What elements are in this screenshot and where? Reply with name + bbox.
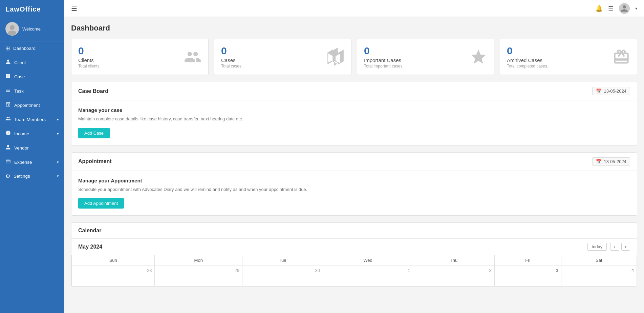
income-icon xyxy=(5,130,11,137)
svg-point-0 xyxy=(10,25,15,30)
settings-icon: ⚙ xyxy=(5,173,10,179)
sidebar-item-income[interactable]: Income ▾ xyxy=(0,126,64,141)
important-desc: Total important cases. xyxy=(364,64,404,69)
archived-label: Archived Cases xyxy=(507,57,548,63)
avatar xyxy=(5,22,19,36)
sidebar: LawOffice Welcome ⊞ Dashboard Client Cas… xyxy=(0,0,64,313)
important-count: 0 xyxy=(364,45,404,57)
calendar-next-button[interactable]: › xyxy=(621,243,630,251)
case-board-manage-desc: Maintain complete case details like case… xyxy=(78,116,630,122)
stat-card-important: 0 Important Cases Total important cases. xyxy=(357,39,494,75)
stat-info-clients: 0 Clients Total clients. xyxy=(78,45,101,69)
day-header-wed: Wed xyxy=(323,255,413,266)
appointment-header: Appointment 📅 13-05-2024 xyxy=(71,153,637,171)
calendar-prev-button[interactable]: ‹ xyxy=(610,243,619,251)
welcome-label: Welcome xyxy=(22,26,41,32)
content-area: Dashboard 0 Clients Total clients. 0 Cas… xyxy=(64,17,644,313)
clients-label: Clients xyxy=(78,57,101,63)
add-appointment-button[interactable]: Add Appointment xyxy=(78,198,124,209)
day-header-mon: Mon xyxy=(155,255,242,266)
clients-count: 0 xyxy=(78,45,101,57)
vendor-icon xyxy=(5,144,11,151)
appointment-panel: Appointment 📅 13-05-2024 Manage your App… xyxy=(71,152,637,216)
sidebar-item-team-members[interactable]: Team Members ▾ xyxy=(0,112,64,126)
archived-desc: Total completed cases. xyxy=(507,64,548,69)
sidebar-item-task[interactable]: Task xyxy=(0,84,64,98)
calendar-navigation: today ‹ › xyxy=(587,243,630,251)
day-header-sat: Sat xyxy=(561,255,637,266)
topbar-left: ☰ xyxy=(71,4,77,13)
clients-icon xyxy=(184,48,201,66)
calendar-cell: 30 xyxy=(242,266,323,286)
sidebar-item-label: Expense xyxy=(14,160,32,165)
appointment-date[interactable]: 📅 13-05-2024 xyxy=(592,157,630,166)
calendar-cell: 4 xyxy=(561,266,637,286)
calendar-today-button[interactable]: today xyxy=(587,243,607,251)
chevron-down-icon: ▾ xyxy=(57,132,59,136)
calendar-cell: 28 xyxy=(72,266,155,286)
sidebar-item-label: Team Members xyxy=(14,117,46,122)
case-board-body: Manage your case Maintain complete case … xyxy=(71,100,637,145)
clients-desc: Total clients. xyxy=(78,64,101,69)
team-icon xyxy=(5,116,11,123)
calendar-icon: 📅 xyxy=(596,89,601,94)
calendar-cell: 1 xyxy=(323,266,413,286)
calendar-month-title: May 2024 xyxy=(78,244,102,250)
sidebar-item-case[interactable]: Case xyxy=(0,70,64,84)
stat-info-archived: 0 Archived Cases Total completed cases. xyxy=(507,45,548,69)
sidebar-nav: ⊞ Dashboard Client Case Task Appointme xyxy=(0,41,64,183)
notification-icon[interactable]: 🔔 xyxy=(595,5,603,12)
calendar-month-header: May 2024 today ‹ › xyxy=(71,239,637,255)
chevron-down-icon: ▾ xyxy=(57,174,59,178)
day-header-fri: Fri xyxy=(494,255,561,266)
sidebar-item-label: Appointment xyxy=(14,103,40,108)
appointment-manage-title: Manage your Appointment xyxy=(78,178,630,183)
calendar-header: Calendar xyxy=(71,223,637,239)
day-header-thu: Thu xyxy=(413,255,495,266)
calendar-panel: Calendar May 2024 today ‹ › Sun Mon Tue … xyxy=(71,222,637,287)
stat-card-archived: 0 Archived Cases Total completed cases. xyxy=(500,39,637,75)
sidebar-item-dashboard[interactable]: ⊞ Dashboard xyxy=(0,41,64,55)
cases-label: Cases xyxy=(221,57,242,63)
page-title: Dashboard xyxy=(71,24,637,33)
calendar-cell: 29 xyxy=(155,266,242,286)
sidebar-item-settings[interactable]: ⚙ Settings ▾ xyxy=(0,169,64,183)
stat-card-clients: 0 Clients Total clients. xyxy=(71,39,209,75)
appointment-manage-desc: Schedule your appointment with Advocates… xyxy=(78,186,630,193)
table-row: 28 29 30 1 2 3 4 xyxy=(72,266,637,286)
important-icon xyxy=(470,48,487,66)
sidebar-item-label: Settings xyxy=(14,174,30,179)
sidebar-item-label: Task xyxy=(14,89,24,94)
sidebar-item-label: Case xyxy=(14,74,25,79)
user-avatar[interactable] xyxy=(619,3,630,14)
case-board-date-value: 13-05-2024 xyxy=(604,89,627,94)
sidebar-item-label: Client xyxy=(14,60,26,65)
sidebar-item-expense[interactable]: Expense ▾ xyxy=(0,155,64,169)
user-section: Welcome xyxy=(0,19,64,41)
add-case-button[interactable]: Add Case xyxy=(78,128,110,138)
sidebar-item-appointment[interactable]: Appointment xyxy=(0,98,64,112)
cases-desc: Total cases. xyxy=(221,64,242,69)
stat-info-cases: 0 Cases Total cases. xyxy=(221,45,242,69)
case-board-date[interactable]: 📅 13-05-2024 xyxy=(592,87,630,95)
list-icon[interactable]: ☰ xyxy=(608,5,614,12)
sidebar-item-vendor[interactable]: Vendor xyxy=(0,141,64,155)
cases-icon xyxy=(327,48,344,66)
topbar: ☰ 🔔 ☰ ▾ xyxy=(64,0,644,17)
archived-icon xyxy=(613,48,630,66)
expense-icon xyxy=(5,159,11,165)
main-content: ☰ 🔔 ☰ ▾ Dashboard 0 Clients Total client… xyxy=(64,0,644,313)
sidebar-item-client[interactable]: Client xyxy=(0,55,64,70)
case-board-header: Case Board 📅 13-05-2024 xyxy=(71,82,637,100)
calendar-cell: 2 xyxy=(413,266,495,286)
user-chevron-icon[interactable]: ▾ xyxy=(635,6,637,11)
calendar-icon: 📅 xyxy=(596,159,601,164)
topbar-right: 🔔 ☰ ▾ xyxy=(595,3,637,14)
calendar-grid: Sun Mon Tue Wed Thu Fri Sat 28 29 30 1 xyxy=(71,255,637,286)
app-logo: LawOffice xyxy=(0,0,64,19)
hamburger-icon[interactable]: ☰ xyxy=(71,4,77,13)
day-header-tue: Tue xyxy=(242,255,323,266)
calendar-title: Calendar xyxy=(78,228,101,234)
appointment-title: Appointment xyxy=(78,158,112,164)
stat-info-important: 0 Important Cases Total important cases. xyxy=(364,45,404,69)
